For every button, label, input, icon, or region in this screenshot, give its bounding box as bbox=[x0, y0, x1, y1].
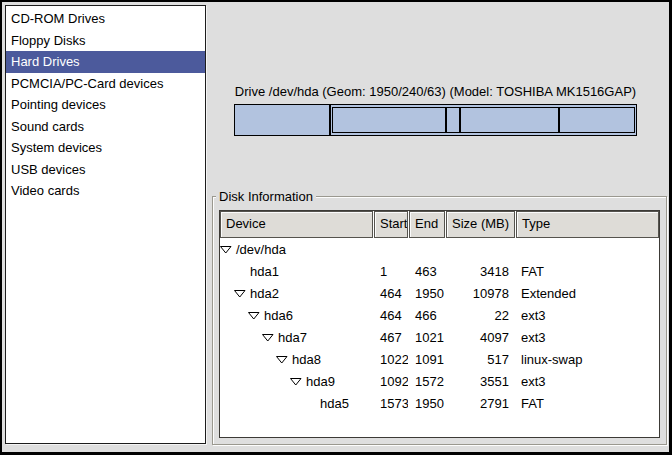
column-header-device[interactable]: Device bbox=[220, 211, 373, 238]
cell-start: 1573 bbox=[374, 396, 408, 411]
table-row-hda7[interactable]: hda746710214097ext3 bbox=[220, 326, 659, 348]
cell-device: hda7 bbox=[220, 330, 373, 345]
logical-partition-boundary bbox=[459, 108, 461, 132]
sidebar-item-system-devices[interactable]: System devices bbox=[6, 137, 205, 159]
disk-information-table: DeviceStartEndSize (MB)Type /dev/hdahda1… bbox=[219, 210, 660, 438]
cell-device: hda2 bbox=[220, 286, 373, 301]
expander-spacer bbox=[304, 403, 316, 404]
primary-partition-boundary bbox=[329, 105, 331, 135]
cell-start: 464 bbox=[374, 286, 408, 301]
cell-device: hda5 bbox=[220, 396, 373, 411]
sidebar-item-hard-drives[interactable]: Hard Drives bbox=[6, 51, 205, 73]
sidebar-item-pcmcia-pc-card-devices[interactable]: PCMCIA/PC-Card devices bbox=[6, 73, 205, 95]
sidebar-item-sound-cards[interactable]: Sound cards bbox=[6, 116, 205, 138]
cell-start: 1 bbox=[374, 264, 408, 279]
logical-partition-boundary bbox=[445, 108, 447, 132]
cell-end: 463 bbox=[409, 264, 445, 279]
table-row-hda9[interactable]: hda9109215723551ext3 bbox=[220, 370, 659, 392]
extended-partition-segment bbox=[332, 107, 635, 133]
expander-open-icon[interactable] bbox=[262, 333, 274, 342]
device-label: hda9 bbox=[306, 374, 335, 389]
cell-end: 466 bbox=[409, 308, 445, 323]
logical-partition-boundary bbox=[558, 108, 560, 132]
cell-size: 3418 bbox=[446, 264, 515, 279]
cell-size: 22 bbox=[446, 308, 515, 323]
cell-type: FAT bbox=[516, 264, 659, 279]
sidebar-item-video-cards[interactable]: Video cards bbox=[6, 180, 205, 202]
device-label: hda7 bbox=[278, 330, 307, 345]
cell-device: hda8 bbox=[220, 352, 373, 367]
table-row-hda8[interactable]: hda810221091517linux-swap bbox=[220, 348, 659, 370]
column-header-end[interactable]: End bbox=[409, 211, 445, 238]
cell-size: 3551 bbox=[446, 374, 515, 389]
cell-size: 517 bbox=[446, 352, 515, 367]
drive-title: Drive /dev/hda (Geom: 1950/240/63) (Mode… bbox=[234, 84, 637, 99]
table-row-hda6[interactable]: hda646446622ext3 bbox=[220, 304, 659, 326]
cell-type: ext3 bbox=[516, 308, 659, 323]
cell-end: 1091 bbox=[409, 352, 445, 367]
cell-end: 1021 bbox=[409, 330, 445, 345]
column-header-type[interactable]: Type bbox=[516, 211, 659, 238]
table-header-row: DeviceStartEndSize (MB)Type bbox=[220, 211, 659, 238]
table-row-hda5[interactable]: hda5157319502791FAT bbox=[220, 392, 659, 414]
disk-information-group-label: Disk Information bbox=[216, 189, 316, 204]
sidebar-item-usb-devices[interactable]: USB devices bbox=[6, 159, 205, 181]
sidebar-item-floppy-disks[interactable]: Floppy Disks bbox=[6, 30, 205, 52]
table-row-hda1[interactable]: hda114633418FAT bbox=[220, 260, 659, 282]
cell-device: hda6 bbox=[220, 308, 373, 323]
cell-size: 2791 bbox=[446, 396, 515, 411]
cell-size: 4097 bbox=[446, 330, 515, 345]
device-label: hda1 bbox=[250, 264, 279, 279]
cell-start: 1022 bbox=[374, 352, 408, 367]
cell-size: 10978 bbox=[446, 286, 515, 301]
device-label: hda6 bbox=[264, 308, 293, 323]
device-label: hda8 bbox=[292, 352, 321, 367]
hardware-browser-window: CD-ROM DrivesFloppy DisksHard DrivesPCMC… bbox=[0, 0, 672, 455]
cell-type: FAT bbox=[516, 396, 659, 411]
column-header-start[interactable]: Start bbox=[374, 211, 408, 238]
cell-end: 1572 bbox=[409, 374, 445, 389]
sidebar-item-cd-rom-drives[interactable]: CD-ROM Drives bbox=[6, 8, 205, 30]
cell-type: linux-swap bbox=[516, 352, 659, 367]
expander-open-icon[interactable] bbox=[248, 311, 260, 320]
expander-spacer bbox=[234, 271, 246, 272]
cell-end: 1950 bbox=[409, 396, 445, 411]
device-category-list[interactable]: CD-ROM DrivesFloppy DisksHard DrivesPCMC… bbox=[5, 5, 206, 444]
table-row-hda2[interactable]: hda2464195010978Extended bbox=[220, 282, 659, 304]
expander-open-icon[interactable] bbox=[234, 289, 246, 298]
table-body: /dev/hdahda114633418FAThda2464195010978E… bbox=[220, 238, 659, 414]
device-label: hda5 bbox=[320, 396, 349, 411]
cell-device: /dev/hda bbox=[220, 242, 373, 257]
cell-device: hda9 bbox=[220, 374, 373, 389]
device-label: /dev/hda bbox=[236, 242, 286, 257]
device-label: hda2 bbox=[250, 286, 279, 301]
cell-type: ext3 bbox=[516, 374, 659, 389]
expander-open-icon[interactable] bbox=[220, 245, 232, 254]
expander-open-icon[interactable] bbox=[290, 377, 302, 386]
cell-start: 1092 bbox=[374, 374, 408, 389]
column-header-size-mb[interactable]: Size (MB) bbox=[446, 211, 515, 238]
cell-type: ext3 bbox=[516, 330, 659, 345]
table-row-dev-hda[interactable]: /dev/hda bbox=[220, 238, 659, 260]
partition-bar bbox=[234, 104, 637, 136]
cell-end: 1950 bbox=[409, 286, 445, 301]
sidebar-item-pointing-devices[interactable]: Pointing devices bbox=[6, 94, 205, 116]
cell-type: Extended bbox=[516, 286, 659, 301]
cell-device: hda1 bbox=[220, 264, 373, 279]
cell-start: 464 bbox=[374, 308, 408, 323]
cell-start: 467 bbox=[374, 330, 408, 345]
expander-open-icon[interactable] bbox=[276, 355, 288, 364]
